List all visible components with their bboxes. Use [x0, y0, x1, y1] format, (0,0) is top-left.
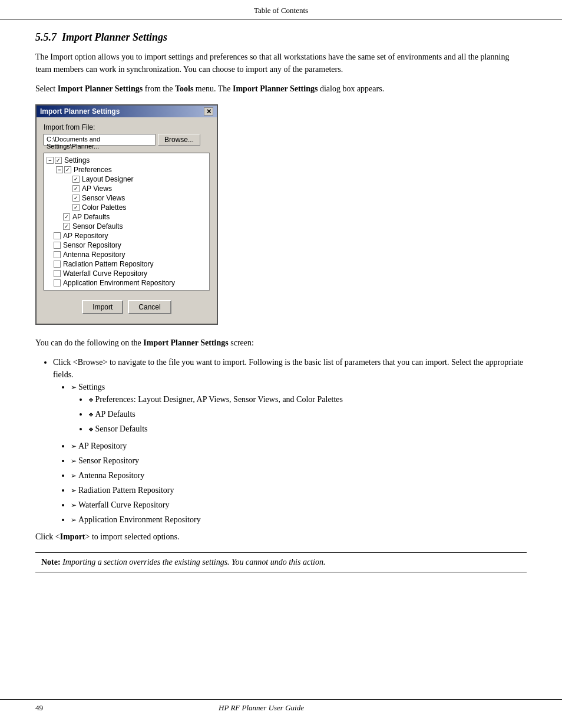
checkbox-preferences[interactable]: ✓ [64, 166, 71, 173]
dialog-buttons: Import Cancel [44, 298, 210, 318]
tree-view: − ✓ Settings − ✓ Preferences ✓ Layo [44, 153, 210, 291]
diamond-preferences: Preferences: Layout Designer, AP Views, … [88, 393, 527, 406]
checkbox-antenna-repository[interactable] [54, 251, 61, 258]
import-file-label: Import from File: [44, 123, 210, 131]
checkbox-settings[interactable]: ✓ [55, 157, 62, 164]
diamond-sensor-defaults: Sensor Defaults [88, 423, 527, 435]
sub-item-settings: Settings Preferences: Layout Designer, A… [71, 381, 527, 435]
import-file-row: C:\Documents and Settings\Planner... Bro… [44, 134, 210, 146]
settings-diamond-list: Preferences: Layout Designer, AP Views, … [88, 393, 527, 435]
footer-title: HP RF Planner User Guide [219, 703, 304, 712]
click-import-text: Click <Import> to import selected option… [35, 531, 527, 543]
main-content: 5.5.7 Import Planner Settings The Import… [0, 19, 562, 608]
page-number: 49 [35, 703, 43, 713]
expander-settings[interactable]: − [47, 157, 54, 164]
checkbox-waterfall-curve-repository[interactable] [54, 270, 61, 277]
tree-item-waterfall-curve-repository[interactable]: Waterfall Curve Repository [47, 269, 207, 278]
diamond-ap-defaults: AP Defaults [88, 408, 527, 420]
sub-item-application-environment-repository: Application Environment Repository [71, 513, 527, 526]
dialog-titlebar: Import Planner Settings ✕ [37, 106, 217, 117]
browse-button[interactable]: Browse... [158, 134, 200, 146]
checkbox-sensor-repository[interactable] [54, 242, 61, 249]
note-box: Note: Importing a section overrides the … [35, 552, 527, 572]
file-path-input[interactable]: C:\Documents and Settings\Planner... [44, 134, 156, 146]
dialog-title: Import Planner Settings [40, 107, 120, 116]
checkbox-radiation-pattern-repository[interactable] [54, 261, 61, 268]
note-text: Importing a section overrides the existi… [61, 558, 326, 566]
intro-paragraph: The Import option allows you to import s… [35, 51, 527, 75]
section-title: Import Planner Settings [62, 31, 167, 43]
tree-item-radiation-pattern-repository[interactable]: Radiation Pattern Repository [47, 259, 207, 269]
checkbox-application-environment-repository[interactable] [54, 279, 61, 286]
sub-item-antenna-repository: Antenna Repository [71, 469, 527, 482]
checkbox-ap-defaults[interactable]: ✓ [63, 213, 70, 220]
checkbox-ap-repository[interactable] [54, 232, 61, 239]
import-button[interactable]: Import [82, 300, 123, 314]
checkbox-sensor-defaults[interactable]: ✓ [63, 223, 70, 230]
tree-item-sensor-repository[interactable]: Sensor Repository [47, 241, 207, 250]
checkbox-ap-views[interactable]: ✓ [72, 185, 80, 192]
tree-item-color-palettes[interactable]: ✓ Color Palettes [47, 203, 207, 212]
footer-center: HP RF Planner User Guide [43, 703, 480, 713]
expander-preferences[interactable]: − [56, 166, 63, 173]
tree-item-application-environment-repository[interactable]: Application Environment Repository [47, 278, 207, 288]
instructions-intro: You can do the following on the Import P… [35, 337, 527, 349]
checkbox-color-palettes[interactable]: ✓ [72, 204, 80, 211]
sub-item-ap-repository: AP Repository [71, 440, 527, 452]
sub-item-sensor-repository: Sensor Repository [71, 454, 527, 467]
bullet-browse: Click <Browse> to navigate to the file y… [53, 356, 527, 526]
section-number: 5.5.7 [35, 31, 57, 43]
page-footer: 49 HP RF Planner User Guide [0, 699, 562, 716]
tree-item-antenna-repository[interactable]: Antenna Repository [47, 250, 207, 259]
tree-item-ap-defaults[interactable]: ✓ AP Defaults [47, 212, 207, 222]
dialog-close-button[interactable]: ✕ [204, 107, 213, 116]
tree-item-layout-designer[interactable]: ✓ Layout Designer [47, 174, 207, 184]
tree-item-settings[interactable]: − ✓ Settings [47, 156, 207, 165]
settings-sub-list: Settings Preferences: Layout Designer, A… [71, 381, 527, 526]
dialog-body: Import from File: C:\Documents and Setti… [37, 117, 217, 324]
checkbox-layout-designer[interactable]: ✓ [72, 176, 80, 183]
cancel-button[interactable]: Cancel [128, 300, 171, 314]
tree-item-preferences[interactable]: − ✓ Preferences [47, 165, 207, 174]
tree-item-ap-views[interactable]: ✓ AP Views [47, 184, 207, 193]
dialog-wrapper: Import Planner Settings ✕ Import from Fi… [35, 104, 527, 325]
sub-item-waterfall-curve-repository: Waterfall Curve Repository [71, 499, 527, 511]
note-label: Note: [41, 558, 61, 566]
tree-item-sensor-defaults[interactable]: ✓ Sensor Defaults [47, 222, 207, 231]
tree-item-ap-repository[interactable]: AP Repository [47, 231, 207, 241]
page-header: Table of Contents [0, 0, 562, 19]
import-dialog: Import Planner Settings ✕ Import from Fi… [35, 104, 218, 325]
section-heading: 5.5.7 Import Planner Settings [35, 31, 527, 44]
tree-item-sensor-views[interactable]: ✓ Sensor Views [47, 193, 207, 203]
checkbox-sensor-views[interactable]: ✓ [72, 195, 80, 202]
sub-item-radiation-pattern-repository: Radiation Pattern Repository [71, 484, 527, 496]
instructions-list: Click <Browse> to navigate to the file y… [53, 356, 527, 526]
select-instruction: Select Import Planner Settings from the … [35, 83, 527, 95]
header-title: Table of Contents [254, 6, 308, 15]
